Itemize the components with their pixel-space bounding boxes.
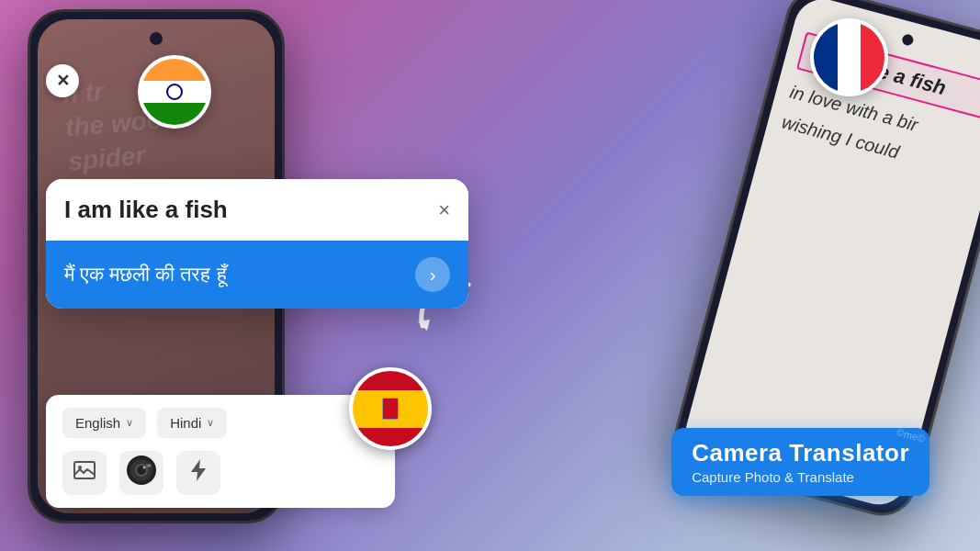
india-flag-middle <box>141 81 208 103</box>
left-phone-notch <box>150 32 163 45</box>
camera-icon <box>126 455 157 491</box>
svg-rect-1 <box>74 462 95 478</box>
source-language-select[interactable]: English ∨ <box>62 408 146 438</box>
action-buttons-row <box>62 451 378 495</box>
app-badge-title: Camera Translator <box>692 439 909 467</box>
chevron-right-icon: › <box>430 264 436 286</box>
source-lang-chevron: ∨ <box>126 417 133 429</box>
flash-button[interactable] <box>176 451 220 495</box>
app-badge: Camera Translator Capture Photo & Transl… <box>671 428 929 496</box>
svg-point-9 <box>148 465 151 467</box>
spain-flag <box>349 367 432 450</box>
target-language-select[interactable]: Hindi ∨ <box>157 408 227 438</box>
source-text: I am like a fish <box>64 196 228 224</box>
translation-card: I am like a fish × मैं एक मछली की तरह हू… <box>46 179 468 309</box>
source-language-label: English <box>75 415 120 431</box>
svg-marker-0 <box>418 320 430 331</box>
spain-flag-top <box>353 371 428 390</box>
right-phone-notch <box>901 33 915 47</box>
translation-target-row: मैं एक मछली की तरह हूँ › <box>46 241 468 309</box>
spain-coat-of-arms <box>382 398 399 420</box>
gallery-button[interactable] <box>62 451 107 495</box>
language-selects: English ∨ Hindi ∨ <box>62 408 378 438</box>
svg-marker-10 <box>191 459 206 481</box>
camera-button[interactable] <box>119 451 163 495</box>
bottom-controls-panel: English ∨ Hindi ∨ <box>46 395 395 508</box>
translation-close-icon[interactable]: × <box>438 198 450 222</box>
france-flag-white <box>838 22 862 93</box>
target-language-label: Hindi <box>170 415 201 431</box>
spain-flag-middle <box>353 390 428 428</box>
target-lang-chevron: ∨ <box>207 417 214 429</box>
svg-point-7 <box>143 467 146 469</box>
ashoka-chakra <box>166 84 183 100</box>
translation-source-row: I am like a fish × <box>46 179 468 241</box>
app-badge-subtitle: Capture Photo & Translate <box>692 469 909 485</box>
target-text: मैं एक मछली की तरह हूँ <box>64 263 227 287</box>
image-icon <box>73 458 96 488</box>
translation-next-button[interactable]: › <box>415 257 450 292</box>
france-flag <box>810 18 888 96</box>
flash-icon <box>188 458 208 488</box>
close-button[interactable]: ✕ <box>46 64 79 97</box>
india-flag <box>138 55 211 129</box>
